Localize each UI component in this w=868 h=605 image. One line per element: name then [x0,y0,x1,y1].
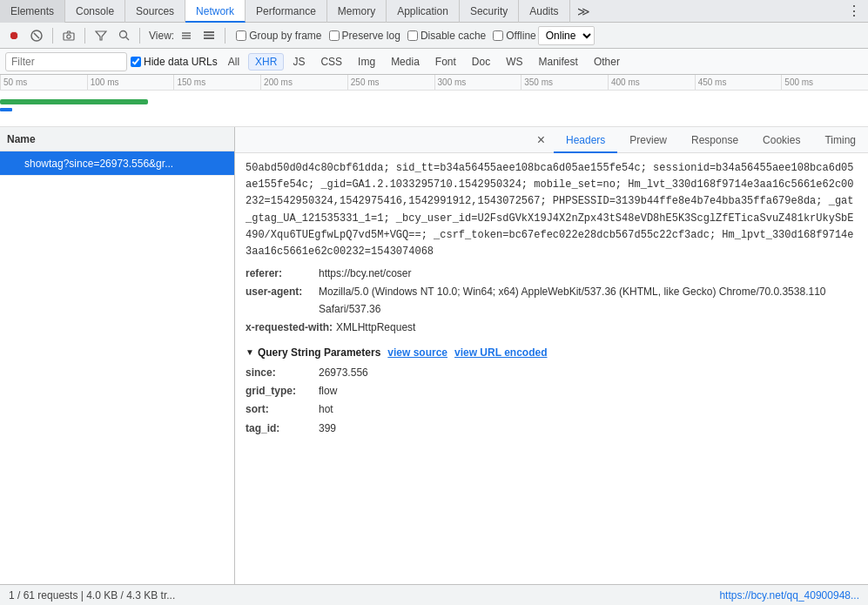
filter-manifest-button[interactable]: Manifest [532,53,585,71]
camera-icon [63,30,75,41]
camera-button[interactable] [58,25,79,46]
waterfall-icon [203,30,215,41]
tab-cookies[interactable]: Cookies [750,127,812,153]
filter-css-button[interactable]: CSS [313,53,349,71]
timeline-blue-bar [0,108,12,111]
triangle-icon: ▼ [246,346,254,360]
query-section-label: Query String Parameters [258,345,380,361]
tab-network[interactable]: Network [185,0,246,23]
filter-xhr-button[interactable]: XHR [248,53,284,71]
tick-3: 200 ms [260,75,347,90]
filter-row: Hide data URLs All XHR JS CSS Img Media … [0,49,868,75]
tab-bar: Elements Console Sources Network Perform… [0,0,868,23]
tab-preview[interactable]: Preview [617,127,679,153]
tick-8: 450 ms [695,75,782,90]
search-icon [118,30,130,41]
devtools-menu-button[interactable]: ⋮ [840,0,868,23]
timeline-bars [0,91,868,124]
network-throttle-select[interactable]: Online [538,26,595,45]
tick-1: 100 ms [87,75,174,90]
tab-headers[interactable]: Headers [554,127,617,153]
offline-checkbox[interactable] [493,30,503,41]
filter-js-button[interactable]: JS [286,53,312,71]
detail-close-button[interactable]: × [528,127,554,153]
tab-application[interactable]: Application [387,0,460,23]
tab-elements[interactable]: Elements [0,0,65,23]
more-tabs-button[interactable]: ≫ [570,0,597,23]
view-source-link[interactable]: view source [387,345,447,361]
filter-other-button[interactable]: Other [587,53,627,71]
tab-response[interactable]: Response [679,127,750,153]
referer-label: referer: [246,266,315,282]
hide-data-urls-checkbox[interactable] [131,57,141,67]
param-grid-type-val: flow [319,383,337,400]
view-waterfall-button[interactable] [198,25,219,46]
tab-console[interactable]: Console [65,0,125,23]
tick-6: 350 ms [521,75,608,90]
xrequested-value: XMLHttpRequest [336,319,415,336]
detail-panel: × Headers Preview Response Cookies Timin… [235,127,868,584]
useragent-label: user-agent: [246,284,315,317]
view-list-button[interactable] [176,25,197,46]
useragent-row: user-agent: Mozilla/5.0 (Windows NT 10.0… [246,284,858,317]
filter-ws-button[interactable]: WS [499,53,529,71]
group-by-frame-checkbox[interactable] [236,30,246,41]
timeline-panel: 50 ms 100 ms 150 ms 200 ms 250 ms 300 ms… [0,75,868,127]
list-view-icon [180,30,192,41]
search-button[interactable] [113,25,134,46]
xrequested-label: x-requested-with: [246,319,333,336]
param-since-val: 26973.556 [319,365,368,381]
param-sort: sort: hot [246,401,858,418]
useragent-value: Mozilla/5.0 (Windows NT 10.0; Win64; x64… [319,284,858,317]
preserve-log-checkbox[interactable] [329,30,340,41]
filter-img-button[interactable]: Img [351,53,382,71]
tab-sources[interactable]: Sources [125,0,185,23]
filter-doc-button[interactable]: Doc [465,53,497,71]
svg-rect-11 [204,37,214,39]
clear-icon [30,30,43,42]
toolbar-divider-2 [84,28,85,44]
filter-button[interactable] [91,25,111,46]
param-tag-id-key: tag_id: [246,420,315,437]
view-label: View: [149,30,174,42]
filter-icon [95,30,107,41]
timeline-green-bar [0,99,148,104]
view-url-encoded-link[interactable]: view URL encoded [454,345,547,361]
detail-tabs: × Headers Preview Response Cookies Timin… [235,127,868,153]
param-tag-id-val: 399 [319,420,336,437]
preserve-log-label: Preserve log [329,30,400,42]
detail-content: 50abd50d0d4c80cbf61dda; sid_tt=b34a56455… [235,153,868,584]
xrequested-row: x-requested-with: XMLHttpRequest [246,319,858,336]
tab-memory[interactable]: Memory [327,0,387,23]
referer-value: https://bcy.net/coser [319,266,412,282]
timeline-ruler: 50 ms 100 ms 150 ms 200 ms 250 ms 300 ms… [0,75,868,91]
filter-media-button[interactable]: Media [384,53,427,71]
filter-type-buttons: All XHR JS CSS Img Media Font Doc WS Man… [221,53,627,71]
request-list-header: Name [0,127,234,151]
tab-audits[interactable]: Audits [519,0,569,23]
tick-5: 300 ms [434,75,521,90]
request-item[interactable]: showtag?since=26973.556&gr... [0,151,234,176]
tab-performance[interactable]: Performance [246,0,327,23]
toolbar-divider-1 [52,28,53,44]
param-grid-type: grid_type: flow [246,383,858,400]
tick-4: 250 ms [347,75,434,90]
param-sort-val: hot [319,401,333,418]
offline-label: Offline [493,30,535,42]
tick-9: 500 ms [781,75,868,90]
filter-all-button[interactable]: All [221,53,246,71]
clear-button[interactable] [26,25,47,46]
disable-cache-checkbox[interactable] [407,30,418,41]
tab-security[interactable]: Security [460,0,519,23]
filter-font-button[interactable]: Font [428,53,463,71]
svg-line-1 [34,33,39,38]
toolbar-divider-3 [139,28,140,44]
svg-point-4 [119,31,126,38]
filter-input[interactable] [5,52,127,71]
record-button[interactable]: ⏺ [3,25,24,46]
tick-7: 400 ms [608,75,695,90]
status-url: https://bcy.net/qq_40900948... [719,589,859,602]
svg-rect-10 [204,34,214,36]
param-since-key: since: [246,365,315,381]
tab-timing[interactable]: Timing [812,127,868,153]
